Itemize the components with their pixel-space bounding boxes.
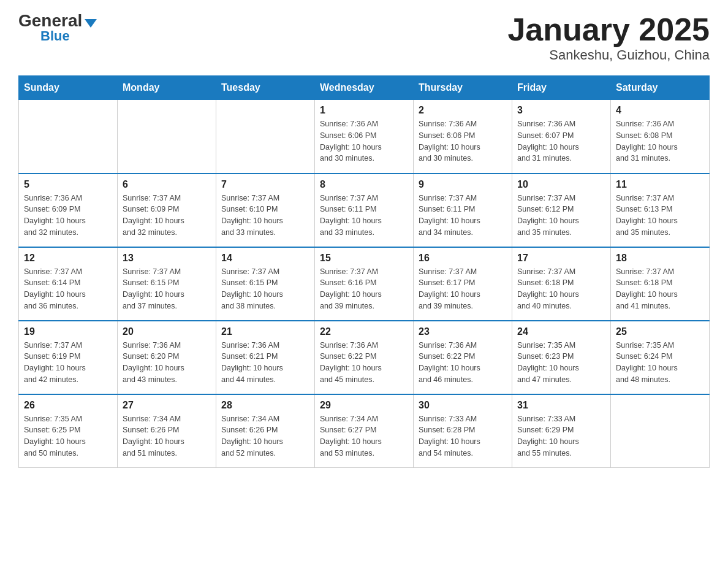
calendar-week-row: 1Sunrise: 7:36 AMSunset: 6:06 PMDaylight… bbox=[19, 100, 710, 174]
day-number: 13 bbox=[123, 253, 211, 264]
day-info: Sunrise: 7:37 AMSunset: 6:18 PMDaylight:… bbox=[616, 266, 704, 312]
day-number: 2 bbox=[419, 105, 507, 116]
calendar-cell: 24Sunrise: 7:35 AMSunset: 6:23 PMDayligh… bbox=[512, 321, 611, 394]
day-number: 17 bbox=[517, 253, 605, 264]
logo-general-text: General bbox=[18, 12, 82, 29]
header-day-saturday: Saturday bbox=[611, 76, 710, 100]
header-day-friday: Friday bbox=[512, 76, 611, 100]
day-number: 26 bbox=[24, 400, 112, 411]
calendar-cell: 22Sunrise: 7:36 AMSunset: 6:22 PMDayligh… bbox=[315, 321, 414, 394]
header-day-monday: Monday bbox=[118, 76, 216, 100]
calendar-week-row: 5Sunrise: 7:36 AMSunset: 6:09 PMDaylight… bbox=[19, 174, 710, 247]
day-info: Sunrise: 7:35 AMSunset: 6:23 PMDaylight:… bbox=[517, 340, 605, 386]
day-number: 19 bbox=[24, 326, 112, 337]
calendar-cell: 6Sunrise: 7:37 AMSunset: 6:09 PMDaylight… bbox=[118, 174, 216, 247]
calendar-cell: 21Sunrise: 7:36 AMSunset: 6:21 PMDayligh… bbox=[216, 321, 315, 394]
logo: General Blue bbox=[18, 12, 97, 44]
day-info: Sunrise: 7:34 AMSunset: 6:26 PMDaylight:… bbox=[123, 413, 211, 459]
calendar-cell: 4Sunrise: 7:36 AMSunset: 6:08 PMDaylight… bbox=[611, 100, 710, 174]
calendar-cell: 11Sunrise: 7:37 AMSunset: 6:13 PMDayligh… bbox=[611, 174, 710, 247]
calendar-week-row: 19Sunrise: 7:37 AMSunset: 6:19 PMDayligh… bbox=[19, 321, 710, 394]
calendar-cell: 13Sunrise: 7:37 AMSunset: 6:15 PMDayligh… bbox=[118, 247, 216, 321]
calendar-cell: 2Sunrise: 7:36 AMSunset: 6:06 PMDaylight… bbox=[414, 100, 512, 174]
day-number: 6 bbox=[123, 179, 211, 190]
day-number: 7 bbox=[221, 179, 309, 190]
calendar-cell: 18Sunrise: 7:37 AMSunset: 6:18 PMDayligh… bbox=[611, 247, 710, 321]
calendar-cell bbox=[118, 100, 216, 174]
day-number: 10 bbox=[517, 179, 605, 190]
day-info: Sunrise: 7:33 AMSunset: 6:29 PMDaylight:… bbox=[517, 413, 605, 459]
calendar-cell: 25Sunrise: 7:35 AMSunset: 6:24 PMDayligh… bbox=[611, 321, 710, 394]
day-info: Sunrise: 7:37 AMSunset: 6:15 PMDaylight:… bbox=[221, 266, 309, 312]
calendar-header-row: SundayMondayTuesdayWednesdayThursdayFrid… bbox=[19, 76, 710, 100]
logo-blue-text: Blue bbox=[40, 28, 70, 44]
day-number: 9 bbox=[419, 179, 507, 190]
day-info: Sunrise: 7:36 AMSunset: 6:06 PMDaylight:… bbox=[419, 118, 507, 164]
day-info: Sunrise: 7:37 AMSunset: 6:14 PMDaylight:… bbox=[24, 266, 112, 312]
calendar-cell: 5Sunrise: 7:36 AMSunset: 6:09 PMDaylight… bbox=[19, 174, 118, 247]
calendar-cell: 30Sunrise: 7:33 AMSunset: 6:28 PMDayligh… bbox=[414, 394, 512, 468]
calendar-title: January 2025 bbox=[507, 12, 710, 47]
day-info: Sunrise: 7:37 AMSunset: 6:11 PMDaylight:… bbox=[419, 193, 507, 239]
page-header: General Blue January 2025 Sankeshu, Guiz… bbox=[18, 12, 710, 63]
calendar-cell: 16Sunrise: 7:37 AMSunset: 6:17 PMDayligh… bbox=[414, 247, 512, 321]
logo-triangle-icon bbox=[85, 19, 97, 28]
calendar-cell bbox=[611, 394, 710, 468]
day-info: Sunrise: 7:36 AMSunset: 6:08 PMDaylight:… bbox=[616, 118, 704, 164]
header-day-sunday: Sunday bbox=[19, 76, 118, 100]
calendar-cell: 14Sunrise: 7:37 AMSunset: 6:15 PMDayligh… bbox=[216, 247, 315, 321]
calendar-cell bbox=[216, 100, 315, 174]
day-info: Sunrise: 7:37 AMSunset: 6:18 PMDaylight:… bbox=[517, 266, 605, 312]
day-info: Sunrise: 7:37 AMSunset: 6:09 PMDaylight:… bbox=[123, 193, 211, 239]
calendar-cell: 29Sunrise: 7:34 AMSunset: 6:27 PMDayligh… bbox=[315, 394, 414, 468]
day-number: 22 bbox=[320, 326, 408, 337]
day-number: 21 bbox=[221, 326, 309, 337]
day-number: 28 bbox=[221, 400, 309, 411]
day-info: Sunrise: 7:37 AMSunset: 6:15 PMDaylight:… bbox=[123, 266, 211, 312]
calendar-cell: 1Sunrise: 7:36 AMSunset: 6:06 PMDaylight… bbox=[315, 100, 414, 174]
calendar-cell: 28Sunrise: 7:34 AMSunset: 6:26 PMDayligh… bbox=[216, 394, 315, 468]
header-day-tuesday: Tuesday bbox=[216, 76, 315, 100]
day-info: Sunrise: 7:36 AMSunset: 6:20 PMDaylight:… bbox=[123, 340, 211, 386]
day-number: 29 bbox=[320, 400, 408, 411]
calendar-cell: 20Sunrise: 7:36 AMSunset: 6:20 PMDayligh… bbox=[118, 321, 216, 394]
day-info: Sunrise: 7:36 AMSunset: 6:22 PMDaylight:… bbox=[419, 340, 507, 386]
day-number: 24 bbox=[517, 326, 605, 337]
day-number: 18 bbox=[616, 253, 704, 264]
calendar-cell: 3Sunrise: 7:36 AMSunset: 6:07 PMDaylight… bbox=[512, 100, 611, 174]
calendar-cell: 19Sunrise: 7:37 AMSunset: 6:19 PMDayligh… bbox=[19, 321, 118, 394]
day-info: Sunrise: 7:37 AMSunset: 6:17 PMDaylight:… bbox=[419, 266, 507, 312]
day-number: 25 bbox=[616, 326, 704, 337]
day-number: 23 bbox=[419, 326, 507, 337]
day-info: Sunrise: 7:36 AMSunset: 6:21 PMDaylight:… bbox=[221, 340, 309, 386]
day-number: 30 bbox=[419, 400, 507, 411]
day-info: Sunrise: 7:37 AMSunset: 6:10 PMDaylight:… bbox=[221, 193, 309, 239]
day-number: 3 bbox=[517, 105, 605, 116]
day-number: 20 bbox=[123, 326, 211, 337]
day-info: Sunrise: 7:36 AMSunset: 6:09 PMDaylight:… bbox=[24, 193, 112, 239]
day-info: Sunrise: 7:35 AMSunset: 6:25 PMDaylight:… bbox=[24, 413, 112, 459]
calendar-cell: 12Sunrise: 7:37 AMSunset: 6:14 PMDayligh… bbox=[19, 247, 118, 321]
day-number: 8 bbox=[320, 179, 408, 190]
calendar-cell: 10Sunrise: 7:37 AMSunset: 6:12 PMDayligh… bbox=[512, 174, 611, 247]
calendar-cell: 23Sunrise: 7:36 AMSunset: 6:22 PMDayligh… bbox=[414, 321, 512, 394]
day-number: 16 bbox=[419, 253, 507, 264]
day-number: 4 bbox=[616, 105, 704, 116]
day-number: 27 bbox=[123, 400, 211, 411]
calendar-cell: 15Sunrise: 7:37 AMSunset: 6:16 PMDayligh… bbox=[315, 247, 414, 321]
calendar-cell: 8Sunrise: 7:37 AMSunset: 6:11 PMDaylight… bbox=[315, 174, 414, 247]
day-info: Sunrise: 7:36 AMSunset: 6:07 PMDaylight:… bbox=[517, 118, 605, 164]
day-info: Sunrise: 7:37 AMSunset: 6:16 PMDaylight:… bbox=[320, 266, 408, 312]
day-number: 15 bbox=[320, 253, 408, 264]
calendar-cell: 7Sunrise: 7:37 AMSunset: 6:10 PMDaylight… bbox=[216, 174, 315, 247]
day-info: Sunrise: 7:37 AMSunset: 6:11 PMDaylight:… bbox=[320, 193, 408, 239]
calendar-week-row: 26Sunrise: 7:35 AMSunset: 6:25 PMDayligh… bbox=[19, 394, 710, 468]
calendar-table: SundayMondayTuesdayWednesdayThursdayFrid… bbox=[18, 75, 710, 468]
day-number: 12 bbox=[24, 253, 112, 264]
day-info: Sunrise: 7:36 AMSunset: 6:06 PMDaylight:… bbox=[320, 118, 408, 164]
day-info: Sunrise: 7:34 AMSunset: 6:26 PMDaylight:… bbox=[221, 413, 309, 459]
day-info: Sunrise: 7:36 AMSunset: 6:22 PMDaylight:… bbox=[320, 340, 408, 386]
calendar-cell: 26Sunrise: 7:35 AMSunset: 6:25 PMDayligh… bbox=[19, 394, 118, 468]
day-info: Sunrise: 7:35 AMSunset: 6:24 PMDaylight:… bbox=[616, 340, 704, 386]
calendar-cell bbox=[19, 100, 118, 174]
